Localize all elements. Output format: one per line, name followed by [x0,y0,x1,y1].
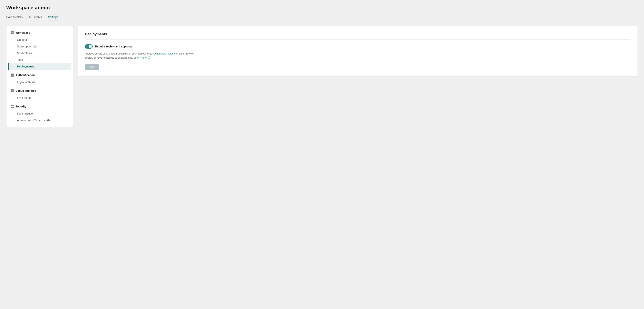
sidebar: Workspace General Subscription plan Noti… [6,26,73,127]
security-icon [10,105,14,108]
svg-rect-7 [12,75,14,77]
svg-rect-6 [10,75,12,77]
external-link-icon [148,56,150,60]
sidebar-item-deployments[interactable]: Deployments [8,63,71,70]
svg-rect-5 [12,74,14,75]
learn-more-link[interactable]: Learn more [134,56,150,59]
content-section-title: Deployments [85,32,630,40]
authentication-icon [10,73,14,77]
sidebar-item-data-retention[interactable]: Data retention [8,110,71,117]
sidebar-section-workspace-label: Workspace [16,31,30,34]
tab-collaborators[interactable]: Collaborators [6,16,22,21]
sidebar-section-debug: Debug and logs [6,87,73,95]
sidebar-item-tags[interactable]: Tags [8,57,71,63]
sidebar-item-error-alerts[interactable]: Error alerts [8,95,71,101]
sidebar-section-security-label: Security [16,105,26,108]
sidebar-section-debug-label: Debug and logs [16,89,36,92]
svg-rect-0 [10,31,12,33]
require-review-toggle[interactable] [85,44,93,49]
content-panel: Deployments Require review and approval … [78,26,638,77]
svg-rect-1 [12,31,14,33]
toggle-label: Require review and approval [95,45,132,48]
debug-icon [10,89,14,93]
collaborator-roles-link[interactable]: Collaborator roles [154,52,174,55]
tab-settings[interactable]: Settings [48,16,58,21]
svg-rect-12 [10,105,12,106]
sidebar-item-login-methods[interactable]: Login methods [8,79,71,86]
svg-rect-2 [10,33,12,34]
svg-rect-15 [12,107,14,108]
sidebar-item-subscription-plan[interactable]: Subscription plan [8,43,71,50]
svg-rect-3 [12,33,14,34]
toggle-slider [85,44,93,49]
sidebar-section-authentication-label: Authentication [16,74,35,77]
svg-rect-11 [12,91,14,92]
svg-rect-13 [12,105,14,106]
svg-rect-14 [10,107,12,108]
toggle-row: Require review and approval [85,44,630,49]
svg-rect-4 [10,74,12,75]
toggle-description: Improve quality control and traceability… [85,52,194,60]
sidebar-item-general[interactable]: General [8,37,71,43]
sidebar-section-workspace: Workspace [6,29,73,37]
sidebar-section-authentication: Authentication [6,71,73,79]
svg-rect-8 [10,89,12,91]
save-button[interactable]: Save [85,64,99,70]
top-navigation: Collaborators API clients Settings [6,16,638,21]
sidebar-item-notifications[interactable]: Notifications [8,50,71,57]
sidebar-item-aws-iam[interactable]: Amazon Web Services IAM [8,117,71,124]
tab-api-clients[interactable]: API clients [29,16,42,21]
svg-rect-9 [12,89,14,91]
workspace-icon [10,31,14,35]
svg-rect-10 [10,91,12,92]
page-title: Workspace admin [6,5,638,11]
sidebar-section-security: Security [6,103,73,110]
